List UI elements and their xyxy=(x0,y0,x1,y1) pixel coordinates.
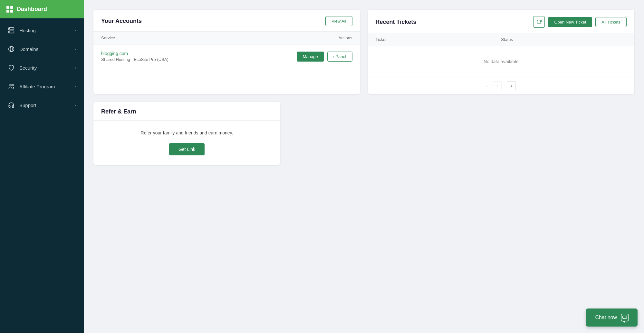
view-all-button[interactable]: View All xyxy=(325,16,352,26)
refresh-icon xyxy=(536,19,542,24)
svg-point-3 xyxy=(9,32,10,32)
headset-icon xyxy=(8,102,15,109)
top-grid: Your Accounts View All Service Actions b… xyxy=(93,10,634,94)
sidebar-item-support[interactable]: Support › xyxy=(0,96,84,114)
sidebar-nav: Hosting › Domains › Security › xyxy=(0,18,84,114)
domains-arrow: › xyxy=(75,47,76,51)
refer-body: Refer your family and friends and earn m… xyxy=(93,121,280,165)
sidebar-item-hosting[interactable]: Hosting › xyxy=(0,21,84,40)
account-row: blogging.com Shared Hosting - EcoSite Pr… xyxy=(93,44,360,68)
all-tickets-button[interactable]: All Tickets xyxy=(595,17,627,27)
bottom-row: Refer & Earn Refer your family and frien… xyxy=(93,102,634,165)
tickets-card-header: Recent Tickets Open New Ticket All Ticke… xyxy=(368,10,635,33)
account-info: blogging.com Shared Hosting - EcoSite Pr… xyxy=(101,51,168,62)
chat-icon xyxy=(621,314,629,321)
manage-button[interactable]: Manage xyxy=(297,52,324,62)
account-actions: Manage cPanel xyxy=(297,52,352,62)
svg-rect-9 xyxy=(623,316,627,318)
security-arrow: › xyxy=(75,66,76,70)
main-content: Your Accounts View All Service Actions b… xyxy=(84,0,644,333)
accounts-title: Your Accounts xyxy=(101,18,142,24)
support-arrow: › xyxy=(75,103,76,107)
accounts-table-header: Service Actions xyxy=(93,32,360,44)
accounts-card-header: Your Accounts View All xyxy=(93,10,360,32)
refer-card: Refer & Earn Refer your family and frien… xyxy=(93,102,280,165)
refresh-button[interactable] xyxy=(533,16,545,28)
tickets-card: Recent Tickets Open New Ticket All Ticke… xyxy=(368,10,635,94)
accounts-card: Your Accounts View All Service Actions b… xyxy=(93,10,360,94)
next-page-button[interactable]: › xyxy=(507,81,516,90)
tickets-title: Recent Tickets xyxy=(376,19,417,25)
sidebar-item-security[interactable]: Security › xyxy=(0,58,84,77)
globe-icon xyxy=(8,45,15,53)
chat-label: Chat now xyxy=(595,315,617,320)
refer-text: Refer your family and friends and earn m… xyxy=(141,130,233,135)
chat-now-button[interactable]: Chat now xyxy=(586,309,638,327)
sidebar: Dashboard Hosting › xyxy=(0,0,84,333)
sidebar-item-domains[interactable]: Domains › xyxy=(0,40,84,58)
hosting-arrow: › xyxy=(75,28,76,32)
status-col-header: Status xyxy=(501,37,627,42)
ticket-col-header: Ticket xyxy=(376,37,501,42)
service-col-header: Service xyxy=(101,35,339,40)
cpanel-button[interactable]: cPanel xyxy=(327,52,352,62)
tickets-table-header: Ticket Status xyxy=(368,33,635,46)
security-label: Security xyxy=(19,65,70,71)
affiliate-arrow: › xyxy=(75,84,76,88)
account-domain[interactable]: blogging.com xyxy=(101,51,168,56)
domains-label: Domains xyxy=(19,46,70,52)
account-type: Shared Hosting - EcoSite Pro (USA) xyxy=(101,57,168,62)
get-link-button[interactable]: Get Link xyxy=(169,143,205,155)
svg-point-2 xyxy=(9,28,10,29)
page-dash: - xyxy=(486,83,487,88)
svg-point-7 xyxy=(10,84,11,86)
server-icon xyxy=(8,27,15,34)
shield-icon xyxy=(8,64,15,71)
refer-card-header: Refer & Earn xyxy=(93,102,280,121)
prev-page-button[interactable]: ‹ xyxy=(493,81,502,90)
pagination-row: - ‹ › xyxy=(368,77,635,94)
svg-point-8 xyxy=(12,84,14,86)
sidebar-header[interactable]: Dashboard xyxy=(0,0,84,18)
actions-col-header: Actions xyxy=(339,35,352,40)
users-icon xyxy=(8,83,15,90)
open-new-ticket-button[interactable]: Open New Ticket xyxy=(548,17,592,27)
affiliate-label: Affiliate Program xyxy=(19,84,70,89)
tickets-header-actions: Open New Ticket All Tickets xyxy=(533,16,627,28)
sidebar-item-affiliate[interactable]: Affiliate Program › xyxy=(0,77,84,96)
grid-icon xyxy=(6,6,13,13)
refer-title: Refer & Earn xyxy=(101,108,136,115)
no-data-text: No data available xyxy=(368,46,635,77)
support-label: Support xyxy=(19,103,70,108)
sidebar-title: Dashboard xyxy=(17,6,47,13)
hosting-label: Hosting xyxy=(19,28,70,33)
